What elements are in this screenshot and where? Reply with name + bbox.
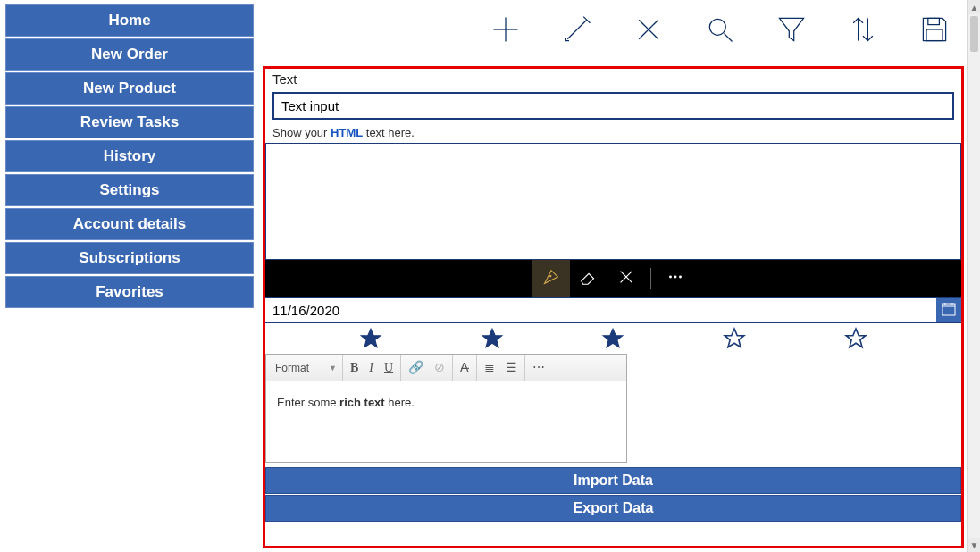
separator [650,268,651,289]
rich-text-editor: Format ▼ B I U 🔗 ⊘ A̶ [265,354,627,463]
filter-icon [775,13,808,49]
close-icon [632,13,665,49]
html-display-area[interactable] [265,144,961,260]
rte-link-button[interactable]: 🔗 [406,358,425,377]
plus-icon [490,13,522,49]
ordered-list-icon: ≣ [484,361,495,374]
rte-more-button[interactable]: ⋯ [531,358,547,377]
svg-rect-10 [928,18,940,24]
rte-clear-format-button[interactable]: A̶ [458,358,471,377]
scroll-up-arrow-icon[interactable]: ▲ [968,0,980,14]
pen-nib-icon [541,267,561,290]
pencil-icon [561,13,593,49]
rte-body-pre: Enter some [277,396,339,409]
import-data-button[interactable]: Import Data [265,467,961,494]
sort-button[interactable] [844,13,882,50]
html-hint: Show your HTML text here. [265,122,961,144]
save-icon [918,13,951,49]
sidebar-item-subscriptions[interactable]: Subscriptions [5,242,254,274]
scroll-thumb[interactable] [970,16,978,52]
close-icon [616,267,636,290]
svg-rect-11 [926,29,942,41]
rte-bold-button[interactable]: B [348,359,360,377]
svg-point-5 [709,19,725,35]
sidebar-item-account-details[interactable]: Account details [5,208,254,240]
svg-marker-25 [725,329,744,347]
sidebar-item-history[interactable]: History [5,140,254,172]
clear-format-icon: A̶ [460,361,469,374]
svg-line-2 [567,20,587,39]
svg-marker-7 [780,18,804,40]
calendar-icon [942,302,956,320]
rte-body[interactable]: Enter some rich text here. [266,381,626,462]
eraser-icon [579,267,599,290]
rte-ol-button[interactable]: ≣ [482,358,497,377]
add-button[interactable] [487,13,524,50]
main-area: ▲ ▼ [259,0,980,552]
link-icon: 🔗 [408,361,423,374]
export-data-button[interactable]: Export Data [265,495,961,522]
delete-button[interactable] [630,13,667,50]
svg-line-6 [725,34,733,42]
date-input[interactable] [265,298,936,322]
sidebar-item-favorites[interactable]: Favorites [5,276,254,308]
unlink-icon: ⊘ [434,361,445,374]
star-5[interactable] [844,327,867,350]
filter-button[interactable] [773,13,810,50]
rte-toolbar: Format ▼ B I U 🔗 ⊘ A̶ [266,355,626,381]
actions: Import Data Export Data [265,466,961,523]
sidebar-item-review-tasks[interactable]: Review Tasks [5,106,254,138]
top-toolbar [259,0,967,63]
chevron-down-icon: ▼ [329,364,337,372]
svg-marker-22 [361,329,381,347]
svg-point-17 [679,276,682,279]
rte-format-label: Format [275,362,309,374]
text-input[interactable] [272,92,954,120]
save-button[interactable] [916,13,953,50]
rte-format-dropdown[interactable]: Format ▼ [275,362,337,374]
rte-ul-button[interactable]: ☰ [504,358,519,377]
edit-button[interactable] [558,13,596,50]
html-hint-highlight: HTML [331,126,363,139]
search-icon [704,13,736,49]
unordered-list-icon: ☰ [506,361,517,374]
svg-point-16 [674,276,677,279]
svg-marker-26 [846,329,866,347]
more-icon [666,267,685,290]
svg-point-15 [669,276,672,279]
scroll-down-arrow-icon[interactable]: ▼ [968,538,980,552]
svg-marker-24 [604,329,624,347]
html-hint-pre: Show your [272,126,331,139]
rte-body-bold: rich text [339,396,385,409]
date-row [265,297,961,323]
clear-button[interactable] [607,260,645,297]
more-button[interactable] [657,260,694,297]
sidebar: Home New Order New Product Review Tasks … [0,0,259,552]
vertical-scrollbar[interactable]: ▲ ▼ [967,0,980,552]
rating-control [265,323,961,354]
svg-rect-18 [942,304,955,315]
sidebar-item-home[interactable]: Home [5,4,254,37]
more-icon: ⋯ [532,361,545,374]
sidebar-item-new-order[interactable]: New Order [5,38,254,71]
star-3[interactable] [601,327,624,350]
eraser-button[interactable] [570,260,607,297]
star-4[interactable] [723,327,746,350]
html-hint-post: text here. [363,126,415,139]
rte-unlink-button[interactable]: ⊘ [432,358,447,377]
pen-tool-button[interactable] [532,260,570,297]
star-2[interactable] [481,327,504,350]
rte-underline-button[interactable]: U [382,359,395,377]
rte-italic-button[interactable]: I [367,359,375,377]
svg-point-12 [549,275,552,278]
demo-panel: Text Show your HTML text here. [263,66,964,548]
date-picker-button[interactable] [936,298,961,322]
text-label: Text [265,69,961,89]
sort-icon [847,13,879,49]
star-1[interactable] [359,327,382,350]
rte-body-post: here. [385,396,415,409]
search-button[interactable] [701,13,739,50]
sidebar-item-settings[interactable]: Settings [5,174,254,206]
sidebar-item-new-product[interactable]: New Product [5,72,254,105]
svg-marker-23 [482,329,502,347]
